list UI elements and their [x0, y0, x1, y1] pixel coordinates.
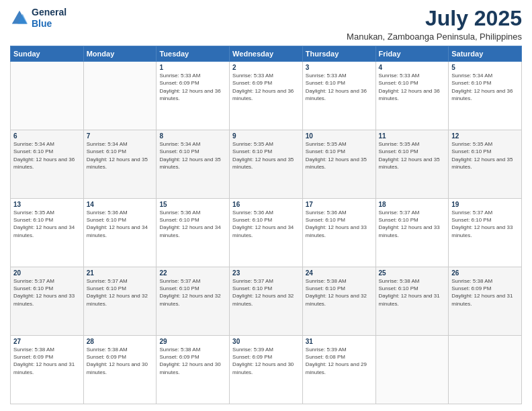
day-info: Sunrise: 5:36 AM Sunset: 6:10 PM Dayligh…	[306, 209, 373, 239]
day-number: 18	[379, 201, 446, 208]
day-number: 15	[159, 201, 226, 208]
day-info: Sunrise: 5:36 AM Sunset: 6:10 PM Dayligh…	[232, 209, 300, 239]
calendar-day-cell: 3Sunrise: 5:33 AM Sunset: 6:10 PM Daylig…	[302, 62, 375, 130]
calendar-day-cell	[449, 336, 522, 404]
calendar-day-header: Saturday	[449, 46, 522, 62]
logo-line1: General	[32, 7, 66, 18]
calendar-day-cell: 14Sunrise: 5:36 AM Sunset: 6:10 PM Dayli…	[83, 199, 157, 267]
calendar-day-cell: 8Sunrise: 5:34 AM Sunset: 6:10 PM Daylig…	[157, 130, 230, 199]
day-info: Sunrise: 5:39 AM Sunset: 6:08 PM Dayligh…	[306, 346, 373, 376]
day-number: 25	[379, 269, 446, 277]
day-info: Sunrise: 5:35 AM Sunset: 6:10 PM Dayligh…	[13, 209, 81, 239]
subtitle: Manukan, Zamboanga Peninsula, Philippine…	[347, 32, 522, 42]
day-info: Sunrise: 5:38 AM Sunset: 6:10 PM Dayligh…	[306, 277, 373, 308]
day-info: Sunrise: 5:36 AM Sunset: 6:10 PM Dayligh…	[159, 209, 226, 239]
day-info: Sunrise: 5:38 AM Sunset: 6:09 PM Dayligh…	[87, 346, 154, 376]
calendar-day-cell: 20Sunrise: 5:37 AM Sunset: 6:10 PM Dayli…	[11, 267, 84, 336]
calendar-day-cell: 6Sunrise: 5:34 AM Sunset: 6:10 PM Daylig…	[11, 130, 84, 199]
day-number: 16	[232, 201, 300, 208]
calendar-day-cell: 21Sunrise: 5:37 AM Sunset: 6:10 PM Dayli…	[83, 267, 157, 336]
day-info: Sunrise: 5:37 AM Sunset: 6:10 PM Dayligh…	[232, 277, 300, 308]
day-info: Sunrise: 5:39 AM Sunset: 6:09 PM Dayligh…	[232, 346, 300, 376]
day-number: 22	[159, 269, 226, 277]
calendar-day-cell: 15Sunrise: 5:36 AM Sunset: 6:10 PM Dayli…	[157, 199, 230, 267]
day-info: Sunrise: 5:35 AM Sunset: 6:10 PM Dayligh…	[451, 140, 519, 171]
calendar-week-row: 13Sunrise: 5:35 AM Sunset: 6:10 PM Dayli…	[11, 199, 522, 267]
calendar-day-cell: 31Sunrise: 5:39 AM Sunset: 6:08 PM Dayli…	[302, 336, 375, 404]
day-number: 6	[13, 132, 81, 140]
calendar-table: SundayMondayTuesdayWednesdayThursdayFrid…	[10, 46, 522, 404]
calendar-day-cell	[375, 336, 449, 404]
calendar-day-header: Monday	[83, 46, 157, 62]
calendar-day-cell: 22Sunrise: 5:37 AM Sunset: 6:10 PM Dayli…	[157, 267, 230, 336]
calendar-day-cell: 9Sunrise: 5:35 AM Sunset: 6:10 PM Daylig…	[230, 130, 303, 199]
logo-icon	[10, 9, 29, 28]
day-number: 13	[13, 201, 81, 208]
day-number: 11	[379, 132, 446, 140]
day-info: Sunrise: 5:37 AM Sunset: 6:10 PM Dayligh…	[159, 277, 226, 308]
calendar-day-cell: 16Sunrise: 5:36 AM Sunset: 6:10 PM Dayli…	[230, 199, 303, 267]
calendar-day-cell: 13Sunrise: 5:35 AM Sunset: 6:10 PM Dayli…	[11, 199, 84, 267]
calendar-day-cell: 25Sunrise: 5:38 AM Sunset: 6:10 PM Dayli…	[375, 267, 449, 336]
logo: General Blue	[10, 7, 66, 30]
calendar-day-cell: 28Sunrise: 5:38 AM Sunset: 6:09 PM Dayli…	[83, 336, 157, 404]
day-info: Sunrise: 5:37 AM Sunset: 6:10 PM Dayligh…	[87, 277, 154, 308]
header: General Blue July 2025 Manukan, Zamboang…	[10, 7, 522, 42]
calendar-day-cell	[11, 62, 84, 130]
day-number: 29	[159, 338, 226, 345]
calendar-day-cell: 1Sunrise: 5:33 AM Sunset: 6:09 PM Daylig…	[157, 62, 230, 130]
day-info: Sunrise: 5:38 AM Sunset: 6:09 PM Dayligh…	[13, 346, 81, 376]
day-number: 3	[306, 64, 373, 71]
calendar-day-cell: 23Sunrise: 5:37 AM Sunset: 6:10 PM Dayli…	[230, 267, 303, 336]
calendar-day-cell	[83, 62, 157, 130]
day-number: 1	[159, 64, 226, 71]
calendar-day-header: Thursday	[302, 46, 375, 62]
day-number: 27	[13, 338, 81, 345]
calendar-day-cell: 4Sunrise: 5:33 AM Sunset: 6:10 PM Daylig…	[375, 62, 449, 130]
calendar-header-row: SundayMondayTuesdayWednesdayThursdayFrid…	[11, 46, 522, 62]
day-number: 19	[451, 201, 519, 208]
calendar-day-cell: 17Sunrise: 5:36 AM Sunset: 6:10 PM Dayli…	[302, 199, 375, 267]
calendar-day-cell: 26Sunrise: 5:38 AM Sunset: 6:09 PM Dayli…	[449, 267, 522, 336]
title-block: July 2025 Manukan, Zamboanga Peninsula, …	[347, 7, 522, 42]
calendar-day-cell: 11Sunrise: 5:35 AM Sunset: 6:10 PM Dayli…	[375, 130, 449, 199]
day-number: 24	[306, 269, 373, 277]
calendar-day-cell: 24Sunrise: 5:38 AM Sunset: 6:10 PM Dayli…	[302, 267, 375, 336]
day-info: Sunrise: 5:35 AM Sunset: 6:10 PM Dayligh…	[379, 140, 446, 171]
day-number: 14	[87, 201, 154, 208]
day-number: 31	[306, 338, 373, 345]
calendar-day-header: Wednesday	[230, 46, 303, 62]
day-number: 9	[232, 132, 300, 140]
day-info: Sunrise: 5:35 AM Sunset: 6:10 PM Dayligh…	[306, 140, 373, 171]
calendar-day-cell: 5Sunrise: 5:34 AM Sunset: 6:10 PM Daylig…	[449, 62, 522, 130]
calendar-day-header: Friday	[375, 46, 449, 62]
day-info: Sunrise: 5:33 AM Sunset: 6:10 PM Dayligh…	[306, 72, 373, 102]
calendar-day-cell: 18Sunrise: 5:37 AM Sunset: 6:10 PM Dayli…	[375, 199, 449, 267]
day-info: Sunrise: 5:34 AM Sunset: 6:10 PM Dayligh…	[451, 72, 519, 102]
day-info: Sunrise: 5:34 AM Sunset: 6:10 PM Dayligh…	[87, 140, 154, 171]
day-number: 5	[451, 64, 519, 71]
calendar-day-cell: 10Sunrise: 5:35 AM Sunset: 6:10 PM Dayli…	[302, 130, 375, 199]
day-number: 20	[13, 269, 81, 277]
day-info: Sunrise: 5:34 AM Sunset: 6:10 PM Dayligh…	[159, 140, 226, 171]
day-info: Sunrise: 5:33 AM Sunset: 6:09 PM Dayligh…	[232, 72, 300, 102]
day-number: 7	[87, 132, 154, 140]
calendar-day-header: Sunday	[11, 46, 84, 62]
day-info: Sunrise: 5:36 AM Sunset: 6:10 PM Dayligh…	[87, 209, 154, 239]
day-info: Sunrise: 5:37 AM Sunset: 6:10 PM Dayligh…	[451, 209, 519, 239]
day-number: 28	[87, 338, 154, 345]
day-number: 26	[451, 269, 519, 277]
calendar-day-header: Tuesday	[157, 46, 230, 62]
calendar-week-row: 20Sunrise: 5:37 AM Sunset: 6:10 PM Dayli…	[11, 267, 522, 336]
logo-line2: Blue	[32, 18, 66, 30]
page: General Blue July 2025 Manukan, Zamboang…	[0, 0, 532, 411]
calendar-day-cell: 19Sunrise: 5:37 AM Sunset: 6:10 PM Dayli…	[449, 199, 522, 267]
day-number: 2	[232, 64, 300, 71]
day-info: Sunrise: 5:37 AM Sunset: 6:10 PM Dayligh…	[379, 209, 446, 239]
day-info: Sunrise: 5:38 AM Sunset: 6:10 PM Dayligh…	[379, 277, 446, 308]
day-info: Sunrise: 5:38 AM Sunset: 6:09 PM Dayligh…	[451, 277, 519, 308]
day-number: 4	[379, 64, 446, 71]
main-title: July 2025	[347, 7, 522, 30]
calendar-day-cell: 2Sunrise: 5:33 AM Sunset: 6:09 PM Daylig…	[230, 62, 303, 130]
calendar-week-row: 1Sunrise: 5:33 AM Sunset: 6:09 PM Daylig…	[11, 62, 522, 130]
